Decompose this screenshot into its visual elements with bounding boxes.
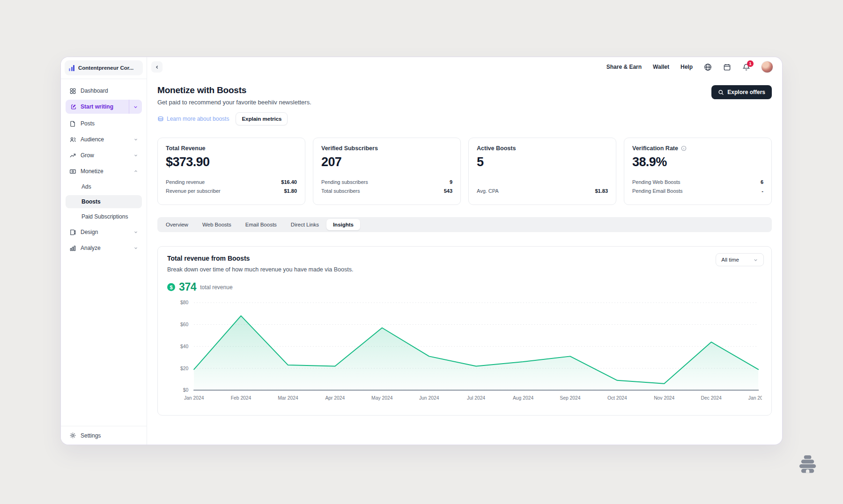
start-writing-chevron[interactable]: [129, 100, 142, 114]
learn-more-label: Learn more about boosts: [167, 116, 229, 122]
sidebar-item-analyze[interactable]: Analyze: [66, 241, 142, 255]
content-pane: Share & Earn Wallet Help 1 Monetize with…: [147, 57, 782, 445]
gear-icon: [69, 432, 76, 439]
sidebar-item-monetize[interactable]: Monetize: [66, 164, 142, 178]
svg-text:$80: $80: [180, 300, 188, 305]
notification-badge: 1: [747, 60, 754, 67]
beehiiv-hive-logo: [797, 455, 819, 477]
stat-value: 9: [450, 179, 452, 185]
stat-key: Pending revenue: [166, 179, 205, 185]
time-range-select[interactable]: All time: [716, 253, 764, 266]
tab-direct-links[interactable]: Direct Links: [284, 219, 325, 230]
users-icon: [69, 136, 76, 143]
sidebar-item-dashboard[interactable]: Dashboard: [66, 84, 142, 98]
chart-title: Total revenue from Boosts: [167, 255, 762, 262]
coins-icon: [157, 116, 164, 122]
sidebar-item-boosts[interactable]: Boosts: [66, 195, 142, 208]
workspace-switcher[interactable]: Contentpreneur Cor...: [65, 60, 143, 75]
revenue-chart: $0$20$40$60$80Jan 2024Feb 2024Mar 2024Ap…: [167, 296, 762, 412]
sidebar-item-posts[interactable]: Posts: [66, 117, 142, 131]
calendar-icon[interactable]: [723, 63, 731, 71]
svg-text:Feb 2024: Feb 2024: [231, 395, 251, 401]
svg-text:Jan 2025: Jan 2025: [748, 395, 762, 401]
sidebar-item-grow[interactable]: Grow: [66, 148, 142, 162]
bell-icon[interactable]: 1: [742, 63, 750, 71]
page-subtitle: Get paid to recommend your favorite beeh…: [157, 99, 772, 106]
globe-icon[interactable]: [704, 63, 712, 71]
banknote-icon: [69, 168, 76, 175]
trending-up-icon: [69, 152, 76, 159]
stat-key: Total subscribers: [321, 188, 360, 194]
sidebar-item-label: Analyze: [81, 245, 129, 251]
sidebar-item-label: Posts: [81, 120, 138, 127]
svg-text:Apr 2024: Apr 2024: [325, 395, 345, 401]
svg-text:Dec 2024: Dec 2024: [701, 395, 722, 401]
metric-label: Verified Subscribers: [321, 145, 452, 152]
metric-label: Total Revenue: [166, 145, 297, 152]
chevron-down-icon: [753, 257, 758, 263]
avatar[interactable]: [762, 61, 773, 73]
tab-insights[interactable]: Insights: [326, 219, 360, 230]
svg-text:Oct 2024: Oct 2024: [607, 395, 627, 401]
stat-value: 543: [444, 188, 452, 194]
explain-metrics-button[interactable]: Explain metrics: [236, 112, 288, 125]
main-content: Monetize with Boosts Get paid to recomme…: [147, 77, 782, 445]
revenue-chart-card: Total revenue from Boosts Break down ove…: [157, 246, 772, 416]
sidebar-nav: Dashboard Start writing Posts: [61, 79, 147, 426]
metric-card-total-revenue: Total Revenue $373.90 Pending revenue$16…: [157, 138, 305, 205]
sidebar-item-label: Paid Subscriptions: [81, 213, 128, 220]
bar-chart-icon: [69, 245, 76, 252]
sidebar: Contentpreneur Cor... Dashboard Start wr…: [61, 57, 147, 445]
explore-offers-button[interactable]: Explore offers: [711, 85, 772, 99]
sidebar-item-ads[interactable]: Ads: [66, 180, 142, 193]
svg-text:Jan 2024: Jan 2024: [184, 395, 204, 401]
stat-key: Pending subscribers: [321, 179, 368, 185]
sidebar-item-design[interactable]: Design: [66, 225, 142, 239]
boosts-tabbar: Overview Web Boosts Email Boosts Direct …: [157, 217, 772, 232]
wallet-link[interactable]: Wallet: [653, 64, 669, 70]
svg-text:Jul 2024: Jul 2024: [467, 395, 485, 401]
sidebar-item-label: Ads: [81, 183, 91, 190]
sidebar-item-audience[interactable]: Audience: [66, 132, 142, 146]
chevron-down-icon: [133, 137, 138, 142]
svg-text:Sep 2024: Sep 2024: [560, 395, 580, 401]
stat-key: Pending Email Boosts: [632, 188, 683, 194]
info-icon[interactable]: [681, 146, 687, 151]
total-revenue-label: total revenue: [200, 284, 232, 291]
svg-text:$40: $40: [180, 344, 188, 349]
start-writing-button[interactable]: Start writing: [66, 100, 142, 114]
metric-value: 5: [477, 155, 608, 169]
chevron-down-icon: [133, 246, 138, 250]
metric-value: $373.90: [166, 155, 297, 169]
sidebar-item-label: Dashboard: [81, 88, 138, 94]
tab-web-boosts[interactable]: Web Boosts: [196, 219, 238, 230]
stat-value: $1.83: [595, 188, 608, 194]
chevron-down-icon: [133, 230, 138, 234]
collapse-sidebar-button[interactable]: [151, 61, 163, 73]
sidebar-item-label: Audience: [81, 136, 129, 143]
sidebar-item-paid-subscriptions[interactable]: Paid Subscriptions: [66, 210, 142, 223]
svg-text:$20: $20: [180, 366, 188, 371]
metric-card-active-boosts: Active Boosts 5 Avg. CPA$1.83: [468, 138, 616, 205]
metric-value: 38.9%: [632, 155, 763, 169]
stat-key: Avg. CPA: [477, 188, 499, 194]
help-link[interactable]: Help: [680, 64, 693, 70]
chevron-down-icon: [133, 153, 138, 158]
stat-value: -: [762, 188, 763, 194]
workspace-logo-icon: [69, 65, 74, 71]
svg-text:$0: $0: [183, 387, 189, 393]
dollar-coin-icon: $: [167, 283, 175, 291]
chevron-up-icon: [133, 169, 138, 174]
explore-offers-label: Explore offers: [727, 89, 765, 95]
metric-card-verification-rate: Verification Rate 38.9% Pending Web Boos…: [624, 138, 772, 205]
tab-overview[interactable]: Overview: [159, 219, 195, 230]
tab-email-boosts[interactable]: Email Boosts: [239, 219, 283, 230]
svg-text:May 2024: May 2024: [371, 395, 393, 401]
app-window: Contentpreneur Cor... Dashboard Start wr…: [61, 57, 782, 445]
document-icon: [69, 120, 76, 127]
learn-more-link[interactable]: Learn more about boosts: [157, 116, 229, 122]
svg-text:Nov 2024: Nov 2024: [654, 395, 674, 401]
search-icon: [718, 89, 724, 95]
sidebar-item-settings[interactable]: Settings: [61, 426, 147, 445]
share-earn-link[interactable]: Share & Earn: [606, 64, 642, 70]
